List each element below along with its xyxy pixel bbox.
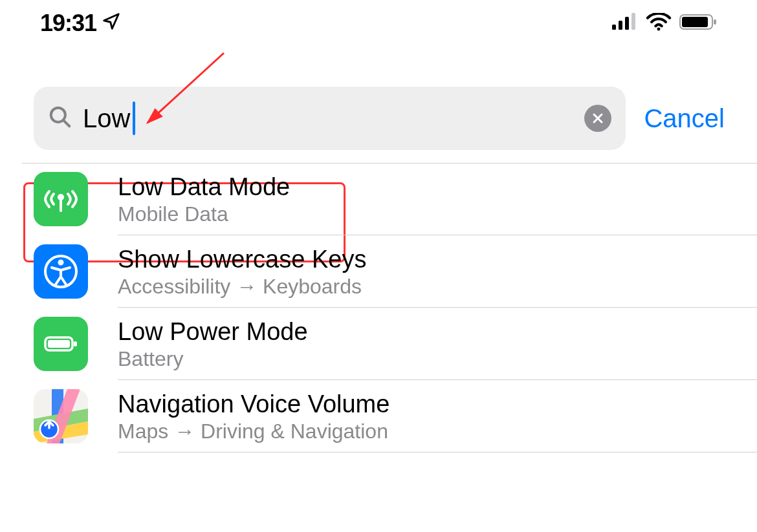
svg-rect-7 bbox=[714, 19, 716, 25]
cellular-data-icon bbox=[34, 172, 88, 226]
result-title: Low Power Mode bbox=[118, 318, 308, 346]
divider bbox=[118, 452, 757, 452]
svg-point-4 bbox=[657, 27, 661, 30]
svg-rect-19 bbox=[74, 341, 77, 346]
search-row: Low Cancel bbox=[0, 87, 757, 150]
result-title: Low Data Mode bbox=[118, 173, 290, 201]
result-labels: Navigation Voice Volume Maps → Driving &… bbox=[118, 389, 389, 443]
result-show-lowercase-keys[interactable]: Show Lowercase Keys Accessibility → Keyb… bbox=[34, 235, 757, 308]
status-left: 19:31 bbox=[40, 10, 121, 37]
status-time: 19:31 bbox=[40, 10, 96, 37]
search-icon bbox=[48, 105, 72, 132]
result-title: Show Lowercase Keys bbox=[118, 246, 366, 273]
battery-icon bbox=[679, 13, 718, 34]
result-subtitle: Maps → Driving & Navigation bbox=[118, 420, 389, 443]
maps-icon bbox=[34, 389, 88, 443]
svg-rect-2 bbox=[625, 17, 629, 30]
battery-icon bbox=[34, 317, 88, 371]
close-icon bbox=[591, 112, 604, 125]
clear-search-button[interactable] bbox=[584, 105, 611, 132]
status-bar: 19:31 bbox=[0, 0, 757, 47]
result-subtitle: Mobile Data bbox=[118, 202, 290, 226]
result-low-data-mode[interactable]: Low Data Mode Mobile Data bbox=[34, 163, 757, 235]
cancel-button[interactable]: Cancel bbox=[644, 104, 736, 133]
wifi-icon bbox=[646, 13, 672, 34]
location-icon bbox=[102, 10, 121, 37]
svg-line-10 bbox=[63, 120, 69, 126]
result-title: Navigation Voice Volume bbox=[118, 390, 389, 418]
result-labels: Show Lowercase Keys Accessibility → Keyb… bbox=[118, 244, 366, 299]
result-labels: Low Power Mode Battery bbox=[118, 317, 308, 371]
result-low-power-mode[interactable]: Low Power Mode Battery bbox=[34, 308, 757, 380]
search-results: Low Data Mode Mobile Data Show Lowercase… bbox=[34, 163, 757, 452]
accessibility-icon bbox=[34, 244, 88, 299]
svg-rect-6 bbox=[682, 17, 708, 27]
status-right bbox=[612, 13, 718, 34]
svg-rect-0 bbox=[612, 25, 616, 30]
divider bbox=[22, 163, 757, 164]
search-field[interactable]: Low bbox=[34, 87, 626, 150]
svg-point-16 bbox=[58, 260, 64, 266]
svg-rect-3 bbox=[631, 13, 635, 30]
search-query-text: Low bbox=[83, 104, 130, 133]
text-caret bbox=[133, 101, 135, 135]
result-subtitle: Accessibility → Keyboards bbox=[118, 275, 366, 299]
result-labels: Low Data Mode Mobile Data bbox=[118, 172, 290, 226]
result-subtitle: Battery bbox=[118, 347, 308, 371]
svg-rect-1 bbox=[619, 21, 622, 30]
cellular-icon bbox=[612, 13, 638, 34]
svg-rect-18 bbox=[48, 340, 70, 348]
search-input[interactable]: Low bbox=[83, 101, 574, 135]
svg-rect-14 bbox=[60, 199, 62, 212]
result-navigation-voice-volume[interactable]: Navigation Voice Volume Maps → Driving &… bbox=[34, 380, 757, 452]
